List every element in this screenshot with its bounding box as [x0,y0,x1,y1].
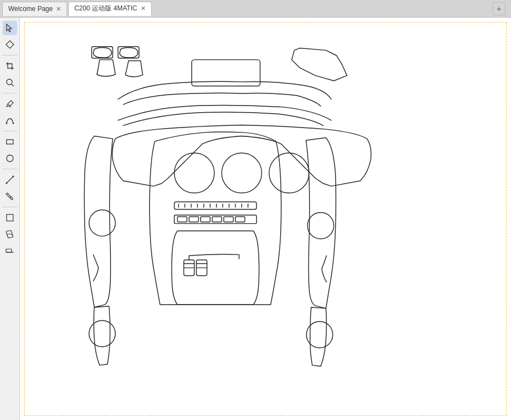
crop-tool-button[interactable] [3,59,17,73]
select-icon [5,24,14,32]
paint-icon [5,192,14,201]
svg-point-23 [269,153,309,193]
svg-point-19 [308,213,334,239]
tool-separator-3 [2,131,18,131]
svg-point-5 [12,123,14,124]
eraser-icon [5,246,14,255]
svg-rect-11 [7,214,13,221]
svg-point-22 [221,153,262,193]
bezier-icon [5,116,14,125]
svg-point-21 [174,153,214,193]
crop-icon [5,62,14,70]
svg-rect-41 [212,217,221,222]
svg-rect-24 [174,202,256,209]
tab-c200[interactable]: C200 运动版 4MATIC ✕ [68,2,151,16]
tab-welcome-label: Welcome Page [8,5,53,13]
rectangle-tool-button[interactable] [3,135,17,149]
bezier-tool-button[interactable] [3,113,17,128]
node-icon [5,40,14,49]
svg-line-8 [7,176,13,183]
svg-point-9 [5,183,7,184]
svg-rect-12 [6,249,12,252]
tab-add-icon: + [497,4,501,13]
tab-welcome-close[interactable]: ✕ [56,6,61,12]
pencil-icon [5,100,14,108]
svg-rect-6 [7,140,13,144]
svg-point-18 [89,320,115,347]
zoom-icon [5,78,14,87]
svg-rect-38 [177,217,187,222]
svg-rect-42 [224,217,233,222]
car-drawing [20,18,511,420]
mesh-tool-button[interactable] [3,227,17,241]
tool-separator-4 [2,169,18,169]
tool-separator-2 [2,93,18,93]
tool-separator-1 [2,55,18,56]
zoom-tool-button[interactable] [3,75,17,90]
svg-point-7 [7,155,13,162]
line-tool-button[interactable] [3,173,17,187]
svg-rect-43 [235,217,245,222]
circle-tool-button[interactable] [3,151,17,165]
tool-separator-5 [2,207,18,207]
svg-point-2 [7,79,12,85]
circle-icon [5,154,14,163]
paint-tool-button[interactable] [3,189,17,203]
main-area [0,18,511,420]
tab-add-button[interactable]: + [492,2,506,15]
node-tool-button[interactable] [3,37,17,52]
svg-point-17 [89,210,115,236]
tab-c200-close[interactable]: ✕ [141,5,146,12]
svg-point-4 [5,123,7,124]
text-tool-button[interactable] [3,211,17,225]
pencil-tool-button[interactable] [3,97,17,111]
mesh-icon [5,230,14,239]
tab-welcome[interactable]: Welcome Page ✕ [2,2,67,16]
svg-point-10 [12,176,14,178]
select-tool-button[interactable] [3,21,17,35]
tab-c200-label: C200 运动版 4MATIC [74,4,137,13]
eraser-tool-button[interactable] [3,244,17,258]
rectangle-icon [5,137,14,146]
svg-marker-0 [7,24,12,32]
svg-marker-1 [6,41,14,48]
toolbar [0,18,20,420]
line-icon [5,175,14,184]
text-icon [5,213,14,222]
svg-rect-40 [201,217,210,222]
canvas-area[interactable] [20,18,511,420]
svg-line-3 [12,84,14,86]
tab-bar: Welcome Page ✕ C200 运动版 4MATIC ✕ + [0,0,511,18]
svg-rect-39 [189,217,198,222]
